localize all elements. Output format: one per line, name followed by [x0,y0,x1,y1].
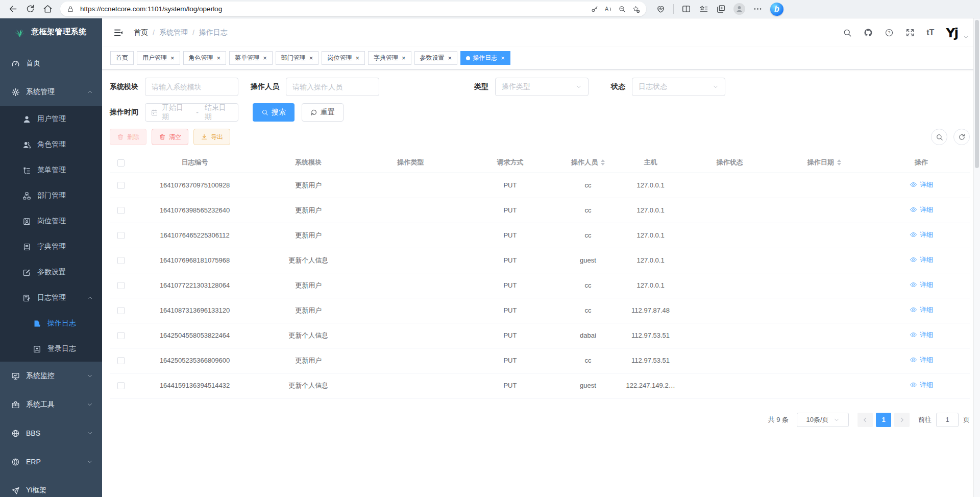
sidebar-item-dict[interactable]: 字典管理 [0,234,102,259]
tab-close-icon[interactable]: × [170,55,175,61]
row-checkbox[interactable] [117,382,125,389]
zoom-out-icon[interactable] [618,5,626,13]
refresh-icon[interactable] [26,4,35,14]
back-icon[interactable] [8,4,18,14]
tab-角色管理[interactable]: 角色管理× [183,51,227,65]
tab-岗位管理[interactable]: 岗位管理× [322,51,365,65]
row-checkbox[interactable] [117,307,125,314]
tab-close-icon[interactable]: × [355,55,359,61]
breadcrumb-item[interactable]: 首页 [134,28,148,37]
url-text[interactable]: https://ccnetcore.com:1101/system/log/op… [80,5,585,13]
home-icon[interactable] [43,4,53,14]
font-size-icon[interactable]: tT [926,28,934,37]
tab-close-icon[interactable]: × [448,55,452,61]
address-bar[interactable]: https://ccnetcore.com:1101/system/log/op… [60,2,646,16]
row-checkbox[interactable] [117,282,125,289]
sidebar-item-user[interactable]: 用户管理 [0,106,102,132]
detail-link[interactable]: 详细 [910,305,933,315]
tab-菜单管理[interactable]: 菜单管理× [229,51,273,65]
tab-close-icon[interactable]: × [217,55,221,61]
tab-字典管理[interactable]: 字典管理× [368,51,411,65]
sidebar-item-loginlog[interactable]: 登录日志 [0,336,102,362]
help-icon[interactable]: ? [885,28,894,37]
sort-icon[interactable] [601,159,605,165]
user-menu-caret-icon[interactable] [963,34,969,40]
sidebar-item-param[interactable]: 参数设置 [0,259,102,285]
goto-page-input[interactable] [936,413,959,427]
detail-link[interactable]: 详细 [910,205,933,215]
refresh-table-button[interactable] [953,129,970,145]
current-page-button[interactable]: 1 [876,413,891,427]
more-menu-icon[interactable] [753,4,763,14]
sort-icon[interactable] [837,159,841,165]
split-screen-icon[interactable] [681,4,691,14]
show-search-button[interactable] [931,129,947,145]
date-range-input[interactable]: 开始日期 - 结束日期 [145,103,238,122]
row-checkbox[interactable] [117,257,125,264]
search-button[interactable]: 搜索 [253,103,295,122]
prev-page-button[interactable] [857,413,873,427]
detail-link[interactable]: 详细 [910,255,933,265]
user-avatar[interactable]: Yj [946,26,958,40]
sidebar-item-menu[interactable]: 菜单管理 [0,157,102,183]
sidebar-item-post[interactable]: 岗位管理 [0,208,102,234]
detail-link[interactable]: 详细 [910,381,933,390]
detail-link[interactable]: 详细 [910,356,933,365]
tab-部门管理[interactable]: 部门管理× [276,51,319,65]
tab-close-icon[interactable]: × [501,55,505,61]
sidebar-item-operlog[interactable]: 操作日志 [0,311,102,336]
sidebar-collapse-icon[interactable] [113,28,124,38]
favorites-icon[interactable] [699,4,708,14]
sidebar-item-erp[interactable]: ERP [0,447,102,476]
clear-button[interactable]: 清空 [152,129,188,145]
operator-filter-input[interactable] [286,78,379,96]
tab-close-icon[interactable]: × [309,55,313,61]
tab-close-icon[interactable]: × [263,55,267,61]
page-scrollbar[interactable] [973,18,980,497]
scrollbar-thumb[interactable] [975,20,979,168]
password-key-icon[interactable] [591,5,599,13]
tab-用户管理[interactable]: 用户管理× [137,51,180,65]
status-select[interactable]: 日志状态 [632,78,725,96]
next-page-button[interactable] [894,413,910,427]
read-aloud-icon[interactable]: A [604,5,612,13]
sidebar-item-system[interactable]: 系统管理 [0,78,102,106]
app-logo[interactable]: 意框架管理系统 [0,18,102,45]
sidebar-item-bbs[interactable]: BBS [0,419,102,447]
tab-close-icon[interactable]: × [402,55,406,61]
row-checkbox[interactable] [117,182,125,189]
tab-首页[interactable]: 首页 [110,51,134,65]
detail-link[interactable]: 详细 [910,230,933,240]
row-checkbox[interactable] [117,357,125,364]
tab-操作日志[interactable]: 操作日志× [460,51,510,65]
detail-link[interactable]: 详细 [910,330,933,340]
tab-参数设置[interactable]: 参数设置× [414,51,458,65]
sidebar-item-dept[interactable]: 部门管理 [0,183,102,208]
module-filter-input[interactable] [145,78,238,96]
type-select[interactable]: 操作类型 [495,78,589,96]
detail-link[interactable]: 详细 [910,280,933,290]
row-checkbox[interactable] [117,332,125,339]
sidebar-item-monitor[interactable]: 系统监控 [0,362,102,390]
add-favorite-icon[interactable] [632,5,640,13]
header-search-icon[interactable] [843,28,852,37]
sidebar-item-role[interactable]: 角色管理 [0,132,102,157]
bing-copilot-icon[interactable]: b [770,3,783,16]
sidebar-item-logmgr[interactable]: 日志管理 [0,285,102,311]
github-icon[interactable] [864,28,873,37]
detail-link[interactable]: 详细 [910,180,933,190]
browser-essentials-icon[interactable] [656,4,666,14]
sidebar-item-yi[interactable]: Yi框架 [0,476,102,497]
delete-button[interactable]: 删除 [110,129,146,145]
collections-icon[interactable] [716,4,726,14]
sidebar-item-tools[interactable]: 系统工具 [0,390,102,419]
sidebar-item-home[interactable]: 首页 [0,49,102,78]
export-button[interactable]: 导出 [193,129,230,145]
page-size-select[interactable]: 10条/页 [797,413,849,427]
row-checkbox[interactable] [117,232,125,239]
fullscreen-icon[interactable] [905,28,915,37]
browser-profile-avatar[interactable] [733,3,745,15]
row-checkbox[interactable] [117,207,125,214]
select-all-checkbox[interactable] [117,159,125,167]
reset-button[interactable]: 重置 [302,103,344,122]
